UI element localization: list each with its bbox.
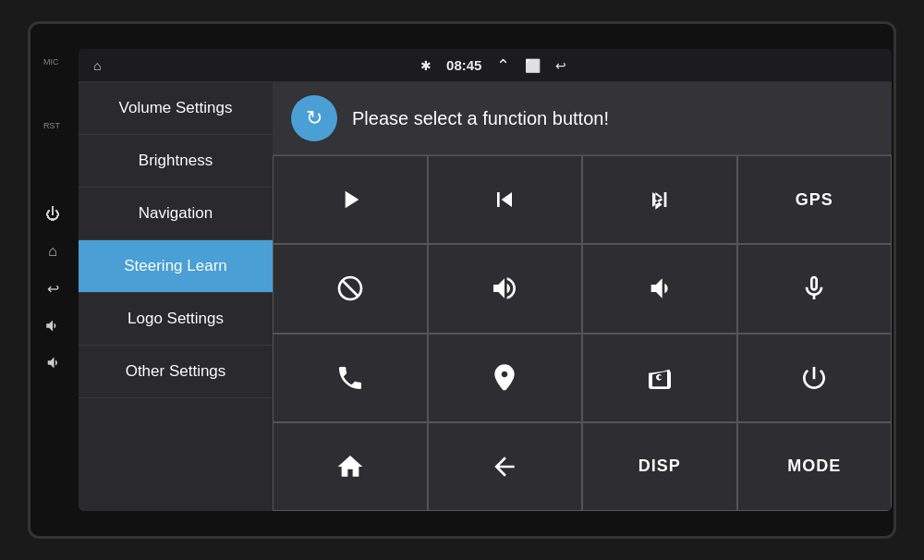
bluetooth-icon: ✱: [420, 58, 432, 73]
call-button[interactable]: [428, 334, 583, 422]
power-func-button[interactable]: [737, 334, 893, 422]
disp-button[interactable]: DISP: [582, 422, 737, 511]
status-bar: ⌂ ✱ 08:45 ⌃ ⬜ ↩: [79, 49, 892, 82]
chevron-up-icon[interactable]: ⌃: [496, 55, 510, 76]
refresh-button[interactable]: ↻: [291, 95, 337, 141]
return-button[interactable]: [428, 422, 583, 511]
sidebar-item-logo[interactable]: Logo Settings: [79, 293, 273, 346]
clock: 08:45: [446, 57, 481, 73]
no-entry-button[interactable]: [273, 244, 428, 333]
rst-label: RST: [43, 121, 60, 130]
prev-button[interactable]: [428, 155, 583, 244]
device-frame: MIC RST ⏻ ⌂ ↩ ⌂ ✱ 08:45 ⌃ ⬜: [28, 21, 896, 539]
mic-label: MIC: [43, 57, 59, 67]
volume-up-button[interactable]: [40, 312, 66, 338]
main-content: Volume Settings Brightness Navigation St…: [79, 82, 892, 511]
phone-button[interactable]: [273, 334, 428, 422]
mode-button[interactable]: MODE: [737, 422, 893, 511]
screen: ⌂ ✱ 08:45 ⌃ ⬜ ↩ Volume Settings Brightne…: [79, 49, 892, 511]
mic-button[interactable]: [737, 244, 893, 333]
vol-up-button[interactable]: [428, 244, 583, 333]
sidebar-item-navigation[interactable]: Navigation: [79, 188, 273, 240]
sidebar-item-brightness[interactable]: Brightness: [79, 135, 273, 188]
left-buttons: ⏻ ⌂ ↩: [40, 201, 66, 375]
function-grid: GPS: [273, 155, 892, 511]
status-bar-left: ⌂: [93, 58, 101, 73]
window-icon[interactable]: ⬜: [525, 58, 541, 73]
sidebar-item-other[interactable]: Other Settings: [79, 346, 273, 398]
power-button[interactable]: ⏻: [40, 201, 66, 227]
sidebar: Volume Settings Brightness Navigation St…: [79, 82, 273, 511]
sidebar-item-volume[interactable]: Volume Settings: [79, 82, 273, 135]
volume-down-button[interactable]: [40, 349, 66, 375]
sidebar-item-steering[interactable]: Steering Learn: [79, 240, 273, 293]
home-button[interactable]: ⌂: [40, 238, 66, 264]
right-panel: ↻ Please select a function button! GPS: [273, 82, 892, 511]
vol-down-button[interactable]: [582, 244, 737, 333]
home-func-button[interactable]: [273, 422, 428, 511]
back-button[interactable]: ↩: [40, 275, 66, 301]
back-status-icon[interactable]: ↩: [555, 58, 566, 73]
play-button[interactable]: [273, 155, 428, 244]
panel-header: ↻ Please select a function button!: [273, 82, 892, 155]
gps-button[interactable]: GPS: [737, 155, 893, 244]
radio-button[interactable]: [582, 334, 737, 422]
panel-title: Please select a function button!: [352, 108, 609, 129]
next-button[interactable]: [582, 155, 737, 244]
home-icon[interactable]: ⌂: [93, 58, 101, 73]
status-bar-center: ✱ 08:45 ⌃ ⬜ ↩: [110, 55, 877, 76]
